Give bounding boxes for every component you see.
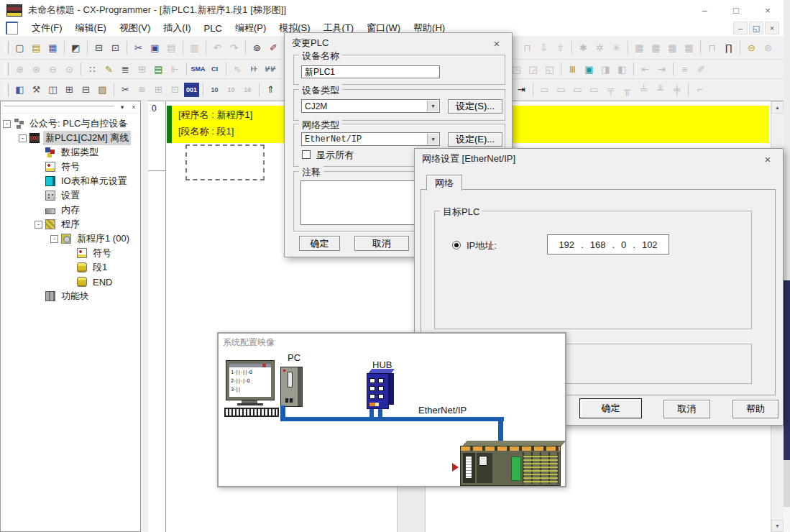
tree-expand-icon[interactable]: - (50, 235, 58, 243)
tree-item[interactable]: 数据类型 (1, 145, 140, 160)
tree-expand-icon[interactable]: - (3, 120, 11, 128)
tree-item[interactable]: -公众号: PLC与自控设备 (1, 116, 140, 131)
mdi-restore-button[interactable]: ◱ (749, 22, 763, 35)
network-type-select[interactable]: EtherNet/IP ▼ (301, 132, 440, 146)
ip-address-input[interactable]: 192.168.0.102 (547, 234, 669, 254)
mdi-document-icon[interactable] (6, 22, 18, 35)
tree-item[interactable]: 设置 (1, 188, 140, 203)
ip-octet-3[interactable]: 0 (621, 239, 626, 250)
save-file-button[interactable]: ▦ (45, 40, 60, 55)
display-decimal-button[interactable]: 10 (207, 83, 222, 97)
preview-report-button[interactable]: ◩ (68, 40, 83, 55)
time-chart-monitor-button[interactable]: ∏ (721, 40, 736, 55)
tree-item-label: 符号 (91, 246, 114, 260)
set-protection-button[interactable]: ⊝ (744, 40, 759, 55)
change-plc-close-icon[interactable]: × (489, 37, 505, 50)
tree-item[interactable]: 符号 (1, 246, 140, 260)
tree-item[interactable]: -新程序1 (00) (1, 231, 140, 246)
tree-item[interactable]: 内存 (1, 203, 140, 217)
network-ok-button[interactable]: 确定 (579, 398, 642, 418)
menu-program[interactable]: 编程(P) (229, 19, 272, 37)
menu-insert[interactable]: 插入(I) (157, 19, 197, 37)
maximize-button[interactable]: □ (720, 0, 752, 20)
menu-plc[interactable]: PLC (198, 21, 229, 36)
scroll-up-button[interactable]: ▲ (771, 101, 784, 114)
cpu-unit-view-button[interactable]: ▣ (582, 62, 597, 76)
device-type-select[interactable]: CJ2M ▼ (301, 99, 440, 113)
build-button[interactable]: ⚒ (29, 83, 44, 97)
open-file-button[interactable]: ▤ (29, 40, 44, 55)
print-button[interactable]: ⊟ (91, 40, 106, 55)
workspace-menu-button[interactable]: ▾ (117, 103, 127, 112)
tree-item[interactable]: -程序 (1, 217, 140, 231)
show-rung-annotations-button[interactable]: ≣ (118, 62, 133, 76)
find-button[interactable]: ⊚ (249, 40, 265, 55)
toolbar-handle[interactable] (4, 83, 9, 96)
replace-button[interactable]: ✐ (266, 40, 281, 55)
network-settings-titlebar[interactable]: 网络设置 [EtherNet/IP] × (415, 149, 783, 169)
copy-button[interactable]: ▣ (147, 40, 162, 55)
cross-reference-report-button[interactable]: ◫ (45, 83, 60, 97)
split-rungs-button[interactable]: ✂ (118, 83, 133, 97)
network-cancel-button[interactable]: 取消 (663, 400, 710, 418)
change-plc-ok-button[interactable]: 确定 (299, 236, 340, 251)
tree-item[interactable]: IO表和单元设置 (1, 174, 140, 188)
io-multiple-view-button[interactable]: ⊞ (62, 83, 77, 97)
print-preview-button[interactable]: ⊡ (108, 40, 123, 55)
ip-octet-2[interactable]: 168 (590, 239, 606, 250)
tree-item[interactable]: 符号 (1, 160, 140, 174)
menu-edit[interactable]: 编辑(E) (69, 19, 113, 37)
workspace-drag-handle[interactable] (4, 106, 114, 109)
show-properties-button[interactable]: ▨ (95, 83, 110, 97)
show-all-checkbox[interactable] (302, 150, 311, 159)
toolbar-handle[interactable] (4, 41, 9, 54)
tree-item-label: 公众号: PLC与自控设备 (27, 116, 130, 131)
scroll-down-button[interactable]: ▼ (771, 520, 784, 532)
cut-button[interactable]: ✂ (131, 40, 146, 55)
workspace-close-button[interactable]: × (129, 103, 139, 112)
chevron-down-icon[interactable]: ▼ (427, 101, 438, 111)
toolbar-separator (571, 41, 572, 54)
go-to-end-button[interactable]: ⇥ (514, 83, 529, 97)
tab-network[interactable]: 网络 (426, 175, 462, 191)
ip-address-radio[interactable] (452, 241, 461, 249)
selected-cell[interactable] (185, 145, 265, 180)
device-name-input[interactable] (301, 65, 440, 78)
ip-octet-1[interactable]: 192 (559, 239, 574, 250)
new-closed-contact-button[interactable]: ⊬⊬ (263, 62, 278, 76)
toolbar-handle[interactable] (4, 63, 9, 75)
show-grid-button[interactable]: ∷ (85, 62, 100, 76)
tree-expand-icon[interactable]: - (19, 134, 27, 142)
hub-port (369, 386, 375, 391)
network-settings-close-icon[interactable]: × (760, 153, 776, 165)
monitor-in-rung-button[interactable]: ▤ (151, 62, 166, 76)
mnemonic-view-button[interactable]: SMA (190, 62, 206, 76)
chevron-down-icon[interactable]: ▼ (427, 134, 438, 145)
menu-view[interactable]: 视图(V) (113, 19, 157, 37)
tree-item[interactable]: END (1, 275, 140, 289)
ci-view-button[interactable]: CI (207, 62, 222, 76)
previous-jump-point-button[interactable]: ⇑ (263, 83, 278, 97)
mdi-minimize-button[interactable]: – (733, 22, 748, 35)
tree-item[interactable]: -新PLC1[CJ2M] 离线 (1, 131, 140, 145)
device-settings-button[interactable]: 设定(S)... (448, 99, 502, 114)
network-help-button[interactable]: 帮助 (732, 400, 778, 418)
new-contact-button[interactable]: ⊦⊦ (247, 62, 262, 76)
new-file-button[interactable]: ▢ (12, 40, 27, 55)
binary-monitor-button[interactable]: 001 (184, 83, 199, 97)
watch-window-button[interactable]: ⊟ (78, 83, 93, 97)
network-settings-button[interactable]: 设定(E)... (448, 132, 502, 147)
tree-item[interactable]: 段1 (1, 260, 140, 275)
outdent-rung-button: ⇤ (638, 62, 653, 76)
tree-expand-icon[interactable]: - (35, 221, 42, 229)
show-workspace-button[interactable]: ◧ (12, 83, 27, 97)
rack-configuration-button[interactable]: Ⅲ (565, 62, 580, 76)
rung-comment-button[interactable]: ✎ (101, 62, 116, 76)
change-plc-cancel-button[interactable]: 取消 (354, 236, 409, 251)
close-button[interactable]: × (752, 0, 784, 20)
menu-file[interactable]: 文件(F) (25, 19, 69, 37)
mdi-close-button[interactable]: × (765, 22, 779, 35)
ip-octet-4[interactable]: 102 (642, 239, 658, 250)
tree-item[interactable]: 功能块 (1, 289, 140, 303)
minimize-button[interactable]: – (689, 0, 720, 20)
